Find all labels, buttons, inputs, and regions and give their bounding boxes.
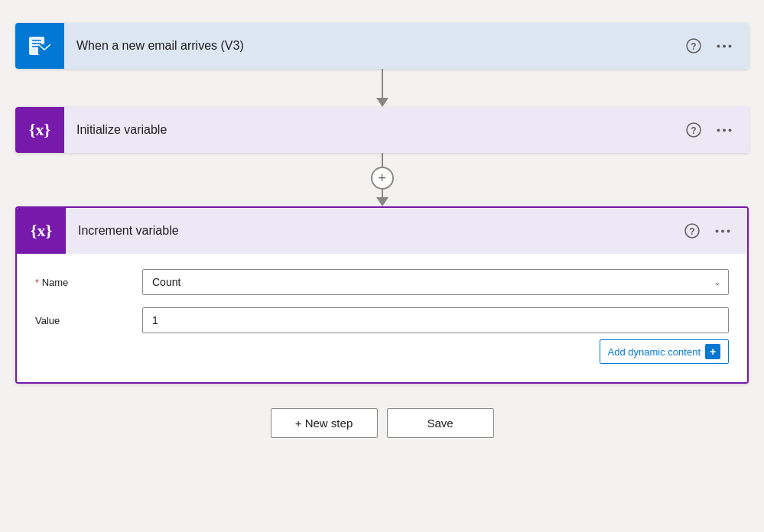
init-variable-more-btn[interactable] (712, 125, 736, 135)
svg-text:{x}: {x} (31, 221, 52, 240)
email-trigger-actions: ? (681, 35, 749, 57)
flow-canvas: When a new email arrives (V3) ? (15, 23, 749, 438)
dynamic-content-label: Add dynamic content (608, 346, 701, 358)
init-variable-icon: {x} (15, 107, 64, 153)
email-trigger-more-btn[interactable] (712, 41, 736, 51)
email-trigger-header: When a new email arrives (V3) ? (15, 23, 749, 69)
svg-text:?: ? (691, 125, 696, 136)
dynamic-content-row: Add dynamic content + (35, 339, 729, 364)
connector-1-arrow (376, 98, 389, 107)
svg-point-14 (723, 128, 726, 131)
svg-point-20 (721, 229, 724, 232)
more-icon-2 (717, 128, 732, 132)
svg-text:?: ? (689, 226, 694, 237)
svg-point-15 (729, 128, 732, 131)
bottom-actions: + New step Save (271, 408, 494, 438)
name-field-label: Name (35, 277, 142, 288)
name-field-row: Name Count ⌄ (35, 269, 729, 295)
svg-point-21 (727, 229, 730, 232)
email-trigger-help-btn[interactable]: ? (681, 35, 706, 57)
variable-icon-1: {x} (28, 118, 52, 142)
svg-point-9 (729, 44, 732, 47)
svg-point-7 (717, 44, 720, 47)
increment-variable-title: Increment variable (66, 224, 680, 238)
increment-variable-header: {x} Increment variable ? (17, 208, 747, 254)
dynamic-plus-icon: + (705, 344, 720, 359)
value-field-label: Value (35, 315, 142, 326)
value-input[interactable] (142, 307, 729, 333)
svg-point-19 (716, 229, 719, 232)
connector-1-line (382, 69, 383, 99)
init-variable-title: Initialize variable (64, 123, 681, 137)
connector-1 (376, 69, 389, 107)
save-button[interactable]: Save (387, 408, 494, 438)
more-icon-3 (715, 229, 730, 233)
init-variable-header: {x} Initialize variable ? (15, 107, 749, 153)
new-step-button[interactable]: + New step (271, 408, 378, 438)
variable-icon-2: {x} (29, 219, 54, 243)
email-trigger-title: When a new email arrives (V3) (64, 39, 681, 53)
help-icon-2: ? (686, 122, 701, 138)
svg-rect-2 (32, 43, 41, 44)
value-field-input (142, 307, 729, 333)
increment-variable-body: Name Count ⌄ Value Add dynamic content (17, 254, 747, 382)
svg-rect-3 (32, 46, 38, 47)
help-icon: ? (686, 38, 701, 54)
outlook-icon (28, 34, 52, 58)
increment-variable-icon: {x} (17, 208, 66, 254)
increment-variable-more-btn[interactable] (710, 226, 735, 236)
svg-point-8 (723, 44, 726, 47)
init-variable-actions: ? (681, 119, 749, 141)
svg-text:{x}: {x} (29, 120, 50, 139)
init-variable-card: {x} Initialize variable ? (15, 107, 749, 153)
increment-variable-actions: ? (680, 220, 747, 242)
connector-plus-line-top (382, 153, 383, 167)
connector-plus-arrow (376, 197, 389, 206)
add-dynamic-content-btn[interactable]: Add dynamic content + (600, 339, 729, 364)
increment-variable-card: {x} Increment variable ? (15, 206, 749, 384)
value-field-row: Value (35, 307, 729, 333)
add-step-between-btn[interactable]: + (371, 167, 394, 190)
init-variable-help-btn[interactable]: ? (681, 119, 706, 141)
svg-text:?: ? (691, 41, 696, 52)
svg-point-13 (717, 128, 720, 131)
help-icon-3: ? (684, 223, 700, 238)
email-trigger-card: When a new email arrives (V3) ? (15, 23, 749, 69)
increment-variable-help-btn[interactable]: ? (680, 220, 704, 242)
svg-rect-1 (32, 40, 41, 41)
name-dropdown[interactable]: Count (142, 269, 729, 295)
email-trigger-icon (15, 23, 64, 69)
name-field-input: Count ⌄ (142, 269, 729, 295)
more-icon (717, 44, 732, 48)
connector-plus: + (371, 153, 394, 206)
